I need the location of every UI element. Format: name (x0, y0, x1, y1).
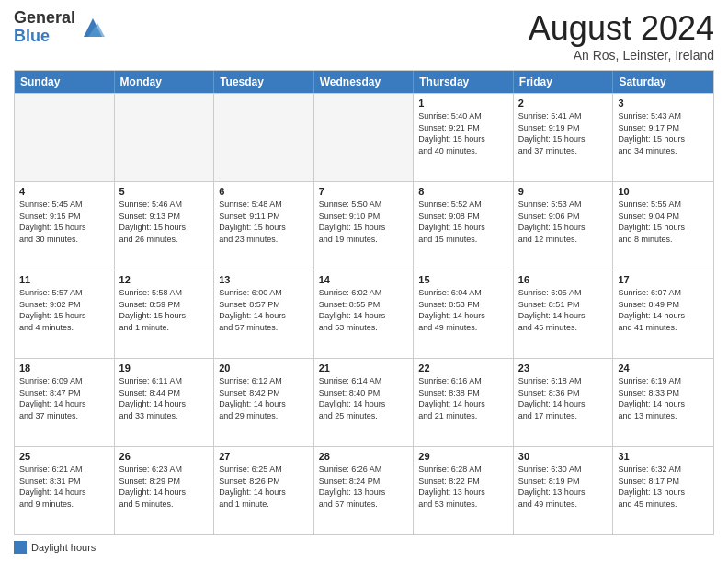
day-info: Sunrise: 5:45 AM Sunset: 9:15 PM Dayligh… (19, 199, 109, 245)
day-number: 30 (518, 451, 609, 462)
footer: Daylight hours (14, 541, 714, 554)
day-number: 8 (418, 186, 508, 197)
month-title: August 2024 (529, 9, 714, 48)
calendar-header: SundayMondayTuesdayWednesdayThursdayFrid… (15, 71, 713, 93)
day-cell-4: 4Sunrise: 5:45 AM Sunset: 9:15 PM Daylig… (15, 182, 115, 270)
day-number: 3 (618, 98, 709, 109)
day-cell-1: 1Sunrise: 5:40 AM Sunset: 9:21 PM Daylig… (414, 94, 514, 181)
day-info: Sunrise: 5:48 AM Sunset: 9:11 PM Dayligh… (219, 199, 309, 245)
title-area: August 2024 An Ros, Leinster, Ireland (529, 9, 714, 63)
day-info: Sunrise: 6:21 AM Sunset: 8:31 PM Dayligh… (19, 464, 109, 510)
calendar-row: 18Sunrise: 6:09 AM Sunset: 8:47 PM Dayli… (15, 358, 713, 446)
day-number: 19 (119, 362, 210, 373)
day-number: 18 (19, 362, 109, 373)
calendar-row: 4Sunrise: 5:45 AM Sunset: 9:15 PM Daylig… (15, 181, 713, 270)
day-info: Sunrise: 6:14 AM Sunset: 8:40 PM Dayligh… (319, 375, 409, 421)
day-cell-30: 30Sunrise: 6:30 AM Sunset: 8:19 PM Dayli… (514, 447, 614, 534)
day-number: 14 (319, 274, 409, 285)
day-info: Sunrise: 6:32 AM Sunset: 8:17 PM Dayligh… (618, 464, 709, 510)
calendar-body: 1Sunrise: 5:40 AM Sunset: 9:21 PM Daylig… (15, 93, 713, 534)
day-cell-11: 11Sunrise: 5:57 AM Sunset: 9:02 PM Dayli… (15, 270, 115, 358)
day-info: Sunrise: 5:58 AM Sunset: 8:59 PM Dayligh… (119, 287, 210, 333)
legend-box (14, 541, 27, 554)
logo-blue: Blue (14, 28, 75, 46)
day-number: 13 (219, 274, 309, 285)
day-header-sunday: Sunday (15, 71, 115, 93)
day-info: Sunrise: 6:30 AM Sunset: 8:19 PM Dayligh… (518, 464, 609, 510)
logo-text: General Blue (14, 9, 75, 46)
day-info: Sunrise: 5:55 AM Sunset: 9:04 PM Dayligh… (618, 199, 709, 245)
day-info: Sunrise: 6:11 AM Sunset: 8:44 PM Dayligh… (119, 375, 210, 421)
subtitle: An Ros, Leinster, Ireland (529, 48, 714, 63)
day-number: 20 (219, 362, 309, 373)
day-cell-14: 14Sunrise: 6:02 AM Sunset: 8:55 PM Dayli… (314, 270, 415, 358)
calendar-row: 1Sunrise: 5:40 AM Sunset: 9:21 PM Daylig… (15, 93, 713, 181)
day-number: 26 (119, 451, 210, 462)
day-info: Sunrise: 6:19 AM Sunset: 8:33 PM Dayligh… (618, 375, 709, 421)
calendar-row: 25Sunrise: 6:21 AM Sunset: 8:31 PM Dayli… (15, 446, 713, 534)
day-cell-20: 20Sunrise: 6:12 AM Sunset: 8:42 PM Dayli… (214, 359, 314, 446)
day-cell-16: 16Sunrise: 6:05 AM Sunset: 8:51 PM Dayli… (514, 270, 614, 358)
day-number: 25 (19, 451, 109, 462)
day-number: 23 (518, 362, 609, 373)
day-cell-13: 13Sunrise: 6:00 AM Sunset: 8:57 PM Dayli… (214, 270, 314, 358)
day-number: 15 (418, 274, 508, 285)
day-info: Sunrise: 5:41 AM Sunset: 9:19 PM Dayligh… (518, 110, 609, 156)
header: General Blue August 2024 An Ros, Leinste… (14, 9, 714, 63)
day-cell-7: 7Sunrise: 5:50 AM Sunset: 9:10 PM Daylig… (314, 182, 415, 270)
day-number: 12 (119, 274, 210, 285)
day-cell-3: 3Sunrise: 5:43 AM Sunset: 9:17 PM Daylig… (613, 94, 713, 181)
day-cell-21: 21Sunrise: 6:14 AM Sunset: 8:40 PM Dayli… (314, 359, 415, 446)
logo-icon (79, 14, 107, 41)
day-number: 2 (518, 98, 609, 109)
day-number: 31 (618, 451, 709, 462)
day-number: 16 (518, 274, 609, 285)
empty-cell (214, 94, 314, 181)
day-number: 21 (319, 362, 409, 373)
day-info: Sunrise: 6:26 AM Sunset: 8:24 PM Dayligh… (319, 464, 409, 510)
logo-general: General (14, 9, 75, 28)
legend-label: Daylight hours (31, 542, 96, 553)
empty-cell (115, 94, 215, 181)
day-info: Sunrise: 5:52 AM Sunset: 9:08 PM Dayligh… (418, 199, 508, 245)
day-info: Sunrise: 6:28 AM Sunset: 8:22 PM Dayligh… (418, 464, 508, 510)
day-info: Sunrise: 5:53 AM Sunset: 9:06 PM Dayligh… (518, 199, 609, 245)
day-info: Sunrise: 5:57 AM Sunset: 9:02 PM Dayligh… (19, 287, 109, 333)
day-info: Sunrise: 6:23 AM Sunset: 8:29 PM Dayligh… (119, 464, 210, 510)
day-cell-15: 15Sunrise: 6:04 AM Sunset: 8:53 PM Dayli… (414, 270, 514, 358)
day-info: Sunrise: 5:50 AM Sunset: 9:10 PM Dayligh… (319, 199, 409, 245)
day-cell-9: 9Sunrise: 5:53 AM Sunset: 9:06 PM Daylig… (514, 182, 614, 270)
day-cell-17: 17Sunrise: 6:07 AM Sunset: 8:49 PM Dayli… (613, 270, 713, 358)
day-info: Sunrise: 6:00 AM Sunset: 8:57 PM Dayligh… (219, 287, 309, 333)
day-cell-8: 8Sunrise: 5:52 AM Sunset: 9:08 PM Daylig… (414, 182, 514, 270)
day-cell-2: 2Sunrise: 5:41 AM Sunset: 9:19 PM Daylig… (514, 94, 614, 181)
day-number: 9 (518, 186, 609, 197)
day-number: 7 (319, 186, 409, 197)
logo: General Blue (14, 9, 107, 46)
day-header-thursday: Thursday (414, 71, 514, 93)
day-header-wednesday: Wednesday (314, 71, 415, 93)
day-cell-28: 28Sunrise: 6:26 AM Sunset: 8:24 PM Dayli… (314, 447, 415, 534)
day-info: Sunrise: 6:09 AM Sunset: 8:47 PM Dayligh… (19, 375, 109, 421)
day-header-saturday: Saturday (613, 71, 713, 93)
day-cell-25: 25Sunrise: 6:21 AM Sunset: 8:31 PM Dayli… (15, 447, 115, 534)
day-info: Sunrise: 6:12 AM Sunset: 8:42 PM Dayligh… (219, 375, 309, 421)
day-cell-18: 18Sunrise: 6:09 AM Sunset: 8:47 PM Dayli… (15, 359, 115, 446)
day-info: Sunrise: 5:43 AM Sunset: 9:17 PM Dayligh… (618, 110, 709, 156)
day-cell-10: 10Sunrise: 5:55 AM Sunset: 9:04 PM Dayli… (613, 182, 713, 270)
day-number: 10 (618, 186, 709, 197)
day-cell-6: 6Sunrise: 5:48 AM Sunset: 9:11 PM Daylig… (214, 182, 314, 270)
day-cell-31: 31Sunrise: 6:32 AM Sunset: 8:17 PM Dayli… (613, 447, 713, 534)
day-cell-19: 19Sunrise: 6:11 AM Sunset: 8:44 PM Dayli… (115, 359, 215, 446)
page: General Blue August 2024 An Ros, Leinste… (0, 0, 728, 563)
day-cell-24: 24Sunrise: 6:19 AM Sunset: 8:33 PM Dayli… (613, 359, 713, 446)
day-number: 27 (219, 451, 309, 462)
day-info: Sunrise: 6:02 AM Sunset: 8:55 PM Dayligh… (319, 287, 409, 333)
day-cell-23: 23Sunrise: 6:18 AM Sunset: 8:36 PM Dayli… (514, 359, 614, 446)
day-number: 5 (119, 186, 210, 197)
day-header-tuesday: Tuesday (214, 71, 314, 93)
day-info: Sunrise: 6:16 AM Sunset: 8:38 PM Dayligh… (418, 375, 508, 421)
day-info: Sunrise: 6:25 AM Sunset: 8:26 PM Dayligh… (219, 464, 309, 510)
day-info: Sunrise: 6:04 AM Sunset: 8:53 PM Dayligh… (418, 287, 508, 333)
day-info: Sunrise: 5:40 AM Sunset: 9:21 PM Dayligh… (418, 110, 508, 156)
